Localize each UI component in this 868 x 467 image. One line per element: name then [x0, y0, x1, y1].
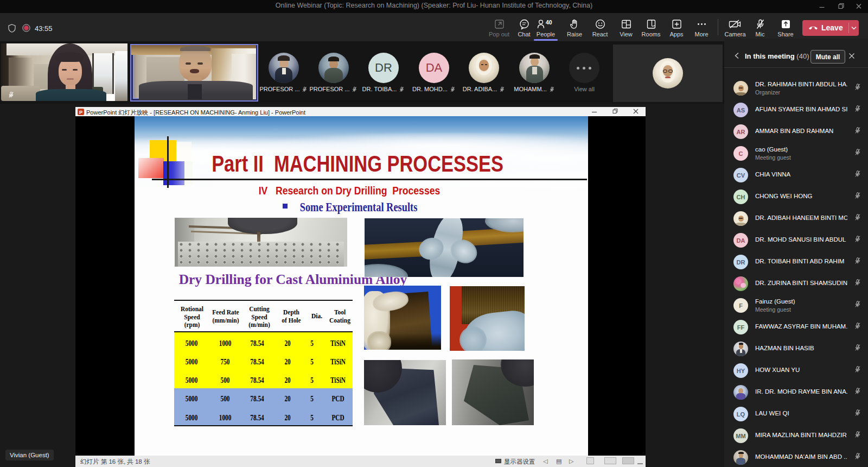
svg-text:40: 40 — [546, 19, 552, 26]
